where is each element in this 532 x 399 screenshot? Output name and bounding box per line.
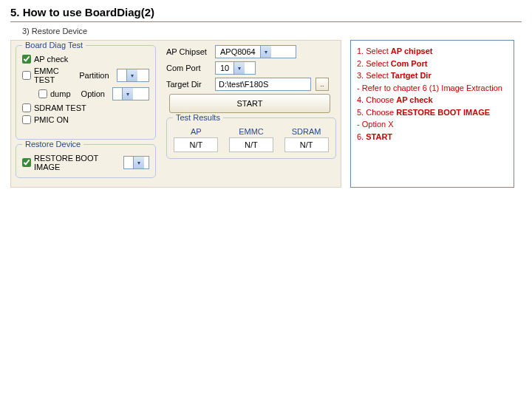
instruction-line: 6. START [357,131,508,143]
chevron-down-icon: ▾ [126,69,137,81]
ap-chipset-label: AP Chipset [166,47,211,56]
group-restore-device: Restore Device RESTORE BOOT IMAGE ▾ [16,144,156,178]
com-port-select[interactable]: 10▾ [215,61,256,75]
result-sdram-value: N/T [284,137,329,152]
instruction-line: - Refer to chapter 6 (1) Image Extractio… [357,82,508,95]
start-button[interactable]: START [169,94,330,113]
chevron-down-icon: ▾ [122,88,133,100]
dump-checkbox[interactable]: dump [38,89,71,98]
chevron-down-icon: ▾ [133,157,144,168]
group-test-results: Test Results AP N/T EMMC N/T SDRAM N/T [166,117,336,159]
result-emmc: EMMC N/T [229,127,273,152]
instruction-line: 3. Select Tartget Dir [357,69,508,82]
group-board-diag-test: Board Diag Test AP check EMMC TEST Parti… [16,45,156,140]
result-sdram: SDRAM N/T [284,127,329,152]
restore-boot-checkbox[interactable]: RESTORE BOOT IMAGE [22,154,119,171]
ap-check-checkbox[interactable]: AP check [22,55,68,64]
instruction-line: - Option X [357,118,508,131]
partition-select[interactable]: ▾ [117,69,149,82]
option-label: Option [81,89,105,98]
instructions-panel: 1. Select AP chipset 2. Select Com Port … [350,40,514,188]
title-divider [10,21,522,22]
instruction-line: 2. Select Com Port [357,58,508,70]
com-port-label: Com Port [166,64,211,72]
page-title: 5. How to use BoardDiag(2) [0,0,532,21]
option-select[interactable]: ▾ [112,87,149,100]
group-legend: Board Diag Test [22,41,86,50]
group-legend: Restore Device [22,140,83,149]
restore-select[interactable]: ▾ [123,156,149,169]
target-dir-label: Target Dir [166,80,211,89]
chevron-down-icon: ▾ [233,62,245,74]
pmic-on-checkbox[interactable]: PMIC ON [22,115,69,124]
chevron-down-icon: ▾ [260,46,271,58]
partition-label: Partition [79,71,109,80]
result-emmc-value: N/T [229,137,273,152]
instruction-line: 5. Choose RESTORE BOOT IMAGE [357,106,508,119]
ap-chipset-select[interactable]: APQ8064▾ [215,45,296,58]
target-dir-input[interactable]: D:\test\F180S [215,78,311,91]
app-panel: Board Diag Test AP check EMMC TEST Parti… [10,40,341,188]
emmc-test-checkbox[interactable]: EMMC TEST [22,66,75,84]
browse-button[interactable]: .. [316,78,329,91]
result-ap-value: N/T [174,137,218,152]
subtitle: 3) Restore Device [0,27,532,40]
sdram-test-checkbox[interactable]: SDRAM TEST [22,103,86,112]
instruction-line: 4. Choose AP check [357,94,508,106]
instruction-line: 1. Select AP chipset [357,45,508,58]
result-ap: AP N/T [174,127,218,152]
group-legend: Test Results [173,113,223,122]
